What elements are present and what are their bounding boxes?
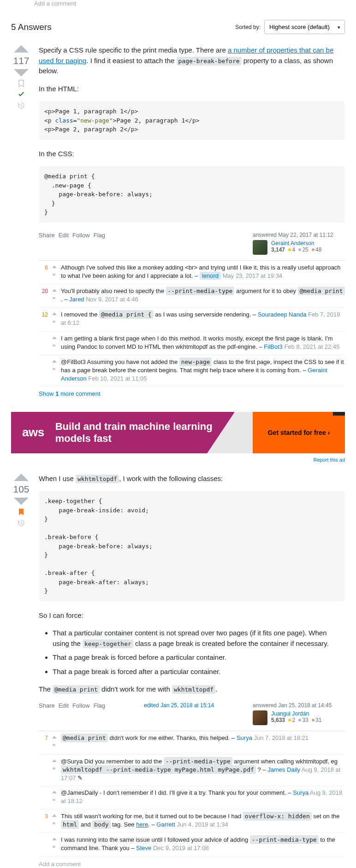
comment-user-link[interactable]: James Daily	[267, 766, 300, 773]
edited-time-link[interactable]: edited Jan 25, 2018 at 15:14	[144, 702, 214, 709]
comment: 12I removed the @media print { as I was …	[39, 308, 345, 331]
inline-code: --print-media-type	[164, 757, 232, 766]
comment-upvote[interactable]	[52, 812, 57, 821]
comment-user-link[interactable]: Surya	[293, 789, 309, 796]
comment-upvote[interactable]	[52, 358, 57, 366]
share-link[interactable]: Share	[39, 702, 55, 709]
comment-date: Dec 9, 2019 at 17:08	[153, 845, 209, 851]
comment-score	[39, 836, 48, 853]
edit-link[interactable]: Edit	[59, 232, 69, 239]
accepted-check-icon	[17, 90, 25, 99]
sort-select[interactable]: Highest score (default)	[264, 20, 345, 34]
add-comment-link[interactable]: Add a comment	[39, 857, 345, 868]
comment-flag[interactable]	[52, 344, 57, 352]
inline-code: keep-together	[83, 639, 133, 648]
comment-upvote[interactable]	[52, 264, 57, 272]
comment-user-link[interactable]: Jared	[69, 296, 84, 303]
answers-count-header: 5 Answers	[11, 22, 52, 32]
comment-score	[39, 358, 48, 383]
vote-count: 105	[13, 484, 29, 495]
comment-flag[interactable]	[52, 767, 57, 775]
answer: 117 Specify a CSS rule specific to the p…	[11, 45, 345, 401]
user-card: answered May 22, 2017 at 11:12 Geraint A…	[253, 232, 345, 255]
answer-paragraph: The @media print didn't work for me with…	[39, 684, 345, 695]
inline-code: wkhtmltopdf	[172, 685, 215, 694]
bullet-item: That a particular container content is n…	[53, 628, 345, 649]
comment-link[interactable]: here	[136, 821, 148, 828]
comment-user-link[interactable]: Surya	[237, 734, 252, 741]
comment-user-link[interactable]: FilBot3	[264, 343, 282, 350]
user-stats: 3,147 4 25 48	[271, 246, 321, 253]
comment-body: This still wasn't working for me, but it…	[61, 812, 345, 830]
bullet-list: That a particular container content is n…	[53, 628, 345, 677]
comment-upvote[interactable]	[52, 789, 57, 797]
comment-user-link[interactable]: Souradeep Nanda	[258, 311, 307, 318]
show-more-comments[interactable]: Show 1 more comment	[39, 387, 345, 401]
bookmark-button-active[interactable]	[17, 508, 25, 516]
comment-score: 20	[39, 287, 48, 305]
answer-paragraph: Specify a CSS rule specific to the print…	[39, 45, 345, 76]
user-name-link[interactable]: Juangui Jordán	[271, 710, 321, 717]
comment-user-link[interactable]: lenord	[200, 272, 221, 280]
share-link[interactable]: Share	[39, 232, 55, 239]
comment-upvote[interactable]	[52, 836, 57, 844]
comment-flag[interactable]	[52, 845, 57, 853]
comment: 3This still wasn't working for me, but i…	[39, 809, 345, 833]
bookmark-button[interactable]	[17, 79, 25, 88]
report-ad-link[interactable]: Report this ad	[11, 457, 345, 463]
inline-code: --print-media-type	[166, 287, 235, 295]
avatar[interactable]	[253, 240, 267, 255]
edited-pencil-icon: ✎	[77, 774, 83, 781]
comment-upvote[interactable]	[52, 287, 57, 295]
inline-code: html	[61, 820, 79, 829]
flag-link[interactable]: Flag	[94, 232, 105, 239]
history-button[interactable]	[17, 101, 25, 110]
comment-flag[interactable]	[52, 367, 57, 375]
downvote-button[interactable]	[14, 498, 29, 505]
comment-date: Feb 8, 2021 at 22:45	[284, 343, 339, 350]
downvote-button[interactable]	[14, 69, 29, 76]
history-button[interactable]	[17, 519, 25, 527]
upvote-button[interactable]	[14, 474, 29, 481]
comment-body: I was running into the same issue until …	[61, 836, 345, 853]
comment-flag[interactable]	[52, 273, 57, 281]
ad-cta[interactable]: Get started for free ›	[253, 412, 345, 453]
user-name-link[interactable]: Geraint Anderson	[271, 240, 321, 246]
comment-upvote[interactable]	[52, 311, 57, 319]
comment-date: May 23, 2017 at 19:34	[223, 272, 282, 279]
flag-link[interactable]: Flag	[94, 702, 105, 709]
follow-link[interactable]: Follow	[72, 232, 90, 239]
comment-score	[39, 789, 48, 806]
vote-count: 117	[13, 55, 29, 66]
add-comment-link-top[interactable]: Add a comment	[34, 0, 345, 7]
comment-flag[interactable]	[52, 296, 57, 305]
comment-flag[interactable]	[52, 798, 57, 806]
comment-upvote[interactable]	[52, 757, 57, 766]
follow-link[interactable]: Follow	[72, 702, 90, 709]
answer-paragraph: When I use wkhtmltopdf, I work with the …	[39, 474, 345, 484]
comment-score: 12	[39, 311, 48, 328]
comment-body: @media print didn't work for me either. …	[61, 734, 345, 751]
html-label: In the HTML:	[39, 84, 345, 94]
comment-body: I am getting a blank first page when I d…	[61, 334, 345, 352]
comment-user-link[interactable]: Garrett	[156, 821, 175, 828]
comment-flag[interactable]	[52, 821, 57, 830]
comment-score	[39, 757, 48, 783]
comment-body: @FilBot3 Assuming you have not added the…	[61, 358, 345, 383]
comment-score: 7	[39, 734, 48, 751]
comment-upvote[interactable]	[52, 334, 57, 343]
aws-logo: aws	[22, 425, 44, 440]
code-block-html: <p>Page 1, paragraph 1</p> <p class="new…	[39, 101, 345, 140]
comment-score	[39, 334, 48, 352]
avatar[interactable]	[253, 710, 267, 725]
ad-banner[interactable]: aws Build and train machine learning mod…	[11, 412, 345, 453]
comment-flag[interactable]	[52, 743, 57, 751]
comment-upvote[interactable]	[52, 734, 57, 742]
comment-flag[interactable]	[52, 320, 57, 328]
inline-code: body	[92, 820, 110, 829]
edit-link[interactable]: Edit	[59, 702, 69, 709]
upvote-button[interactable]	[14, 45, 29, 53]
comment: 6Although I've solved this like a monkey…	[39, 261, 345, 284]
inline-code: @media print	[298, 287, 345, 295]
comment-user-link[interactable]: Steve	[136, 845, 151, 851]
